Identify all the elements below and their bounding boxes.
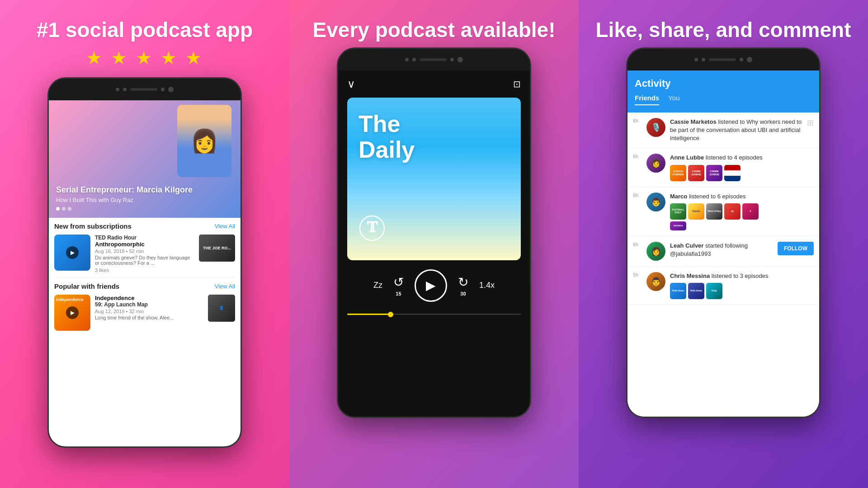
activity-screen: Activity Friends You 6h 🎙️ [627,70,819,417]
feed-time-1: 6h [633,118,642,123]
subscriptions-label: New from subscriptions [54,222,132,230]
rewind-button[interactable]: ↺ [393,275,404,290]
tab-friends[interactable]: Friends [635,94,659,105]
episode-meta: Aug 16, 2019 • 52 min [95,249,194,254]
phone-content-right: Activity Friends You 6h 🎙️ [627,70,819,417]
thumb-chris-2[interactable]: Ride Home [688,283,704,299]
phone-content-left: 👩 Serial Entrepreneur: Marcia Kilgore Ho… [49,100,241,446]
feed-name-cassie: Cassie Marketos [670,118,717,125]
feed-text-cassie: Cassie Marketos listened to Why workers … [670,118,802,143]
progress-fill [347,314,391,315]
feed-text-leah: Leah Culver started following @jabulafia… [670,242,773,258]
podcast-name-line2: Daily [359,137,415,163]
episode-thumb-ted[interactable]: ▶ [54,235,90,271]
thumb-anne-1[interactable]: CONAN O'BRIEN [670,165,686,181]
panel-right: Like, share, and comment Activity Friend… [579,0,868,488]
episode-thumb-popular[interactable]: independence ▶ [54,295,90,331]
progress-dot[interactable] [388,312,393,317]
panel-right-title: Like, share, and comment [596,18,851,42]
hero-dots [56,207,233,211]
phone-right: Activity Friends You 6h 🎙️ [626,47,821,418]
podcast-artwork: The Daily 𝕋 [347,98,521,260]
forward-wrap: ↻ 30 [458,275,468,296]
play-badge-ted[interactable]: ▶ [66,246,79,259]
thumb-marco-1[interactable]: FOOTBALL DAILY [670,203,686,220]
progress-bar[interactable] [347,314,521,315]
thumb-anne-3[interactable]: CRIME JUNKIE [706,165,722,181]
feed-avatar-leah[interactable]: 👩 [646,242,665,261]
feed-item-anne: 6h 👩 Anne Lubbe listened to 4 episodes C… [627,148,819,187]
hero-dot-2 [62,207,66,211]
feed-name-marco: Marco [670,193,687,200]
player-controls: Zz ↺ 15 ▶ ↻ 30 1.4x [338,260,530,417]
forward-label: 30 [460,291,466,296]
rewind-wrap: ↺ 15 [393,275,404,296]
phone-left: 👩 Serial Entrepreneur: Marcia Kilgore Ho… [47,77,242,448]
feed-avatar-marco[interactable]: 👨 [646,192,665,211]
feed-name-leah: Leah Culver [670,242,703,249]
popular-title: Independence [95,295,203,301]
cast-icon[interactable]: ⊡ [513,79,521,89]
thumb-chris-3[interactable]: Daily [706,283,722,299]
play-badge-popular[interactable]: ▶ [66,306,79,319]
feed-text-chris: Chris Messina listened to 3 episodes [670,272,814,280]
nyt-logo-icon: 𝕋 [359,215,386,247]
forward-button[interactable]: ↻ [458,275,468,290]
phone-dot-1 [116,88,119,91]
thumb-marco-2[interactable]: Snacks [688,203,704,220]
avatar-img-anne: 👩 [646,154,665,173]
thumb-marco-extra[interactable]: tentative [670,221,686,230]
follow-button[interactable]: FOLLOW [778,242,814,255]
thumb-marco-4[interactable]: ep [724,203,741,220]
phone-top-bar-right [627,49,819,70]
chevron-down-icon[interactable]: ∨ [347,78,355,90]
feed-avatar-chris[interactable]: 👨 [646,272,665,291]
r-camera [747,57,752,62]
phone-content-center: ∨ ⊡ The Daily 𝕋 [338,70,530,417]
r-dot-2 [702,58,705,61]
sleep-timer-button[interactable]: Zz [373,281,382,290]
c-dot-3 [450,58,454,61]
feed-item-leah: 6h 👩 Leah Culver started following @jabu… [627,236,819,267]
c-speaker [420,58,447,61]
second-episode-thumb[interactable]: THE JOE RO... [199,235,235,262]
panel-center: Every podcast available! ∨ ⊡ The Daily [289,0,579,488]
feed-body-anne: Anne Lubbe listened to 4 episodes CONAN … [670,154,814,181]
share-icon-cassie[interactable]: ⊞ [807,118,814,128]
avatar-img-marco: 👨 [646,192,665,211]
thumb-anne-4[interactable] [724,165,741,181]
feed-text-anne: Anne Lubbe listened to 4 episodes [670,154,814,162]
feed-thumbs-anne: CONAN O'BRIEN CRIME JUNKIE CRIME JUNKIE [670,165,814,181]
phone-top-bar-left [49,79,241,100]
popular-thumb-2: 👤 [208,295,235,322]
episode-info-popular: Independence 59: App Launch Map Aug 12, … [95,295,203,331]
phone-dot-2 [123,88,127,91]
feed-thumbs-marco: FOOTBALL DAILY Snacks Word of Day ep X [670,203,814,220]
c-dot-2 [412,58,416,61]
popular-label: Popular with friends [54,282,119,290]
popular-view-all[interactable]: View All [215,283,235,290]
thumb-anne-2[interactable]: CRIME JUNKIE [688,165,704,181]
hero-dot-active [56,207,60,211]
thumb-marco-3[interactable]: Word of Day [706,203,722,220]
popular-subtitle: 59: App Launch Map [95,301,203,308]
feed-avatar-cassie[interactable]: 🎙️ [646,118,665,137]
player-bg: ∨ ⊡ The Daily 𝕋 [338,70,530,417]
subscriptions-view-all[interactable]: View All [215,223,235,230]
episode-likes: 3 likes [95,267,194,273]
activity-tabs: Friends You [635,94,812,105]
play-button[interactable]: ▶ [415,269,447,302]
thumb-chris-1[interactable]: Ride Home [670,283,686,299]
feed-avatar-anne[interactable]: 👩 [646,154,665,173]
tab-you[interactable]: You [668,94,679,105]
thumb-marco-5[interactable]: X [742,203,759,220]
feed-body-chris: Chris Messina listened to 3 episodes Rid… [670,272,814,299]
marco-extra-thumb: tentative [670,221,814,230]
hero-avatar: 👩 [177,105,231,177]
podcast-art-title: The Daily [359,111,415,163]
phone-dot-3 [161,88,165,91]
rewind-label: 15 [396,291,401,296]
speed-button[interactable]: 1.4x [479,281,495,290]
feed-body-marco: Marco listened to 6 episodes FOOTBALL DA… [670,192,814,230]
panel-center-title: Every podcast available! [313,18,556,42]
